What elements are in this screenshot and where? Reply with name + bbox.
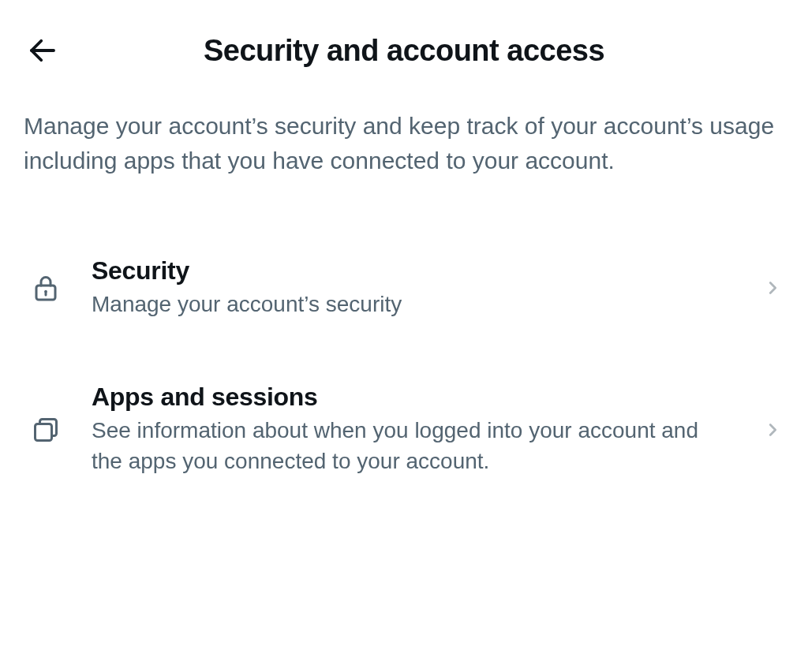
page-description: Manage your account’s security and keep … (0, 85, 808, 225)
apps-icon (28, 413, 63, 447)
apps-and-sessions-item[interactable]: Apps and sessions See information about … (0, 351, 808, 508)
item-title: Security (92, 256, 732, 286)
settings-list: Security Manage your account’s security … (0, 225, 808, 509)
item-title: Apps and sessions (92, 383, 732, 412)
item-body: Apps and sessions See information about … (92, 383, 732, 476)
lock-icon (28, 271, 63, 305)
chevron-right-icon (761, 276, 784, 300)
page-header: Security and account access (0, 0, 808, 85)
page-title: Security and account access (24, 34, 784, 68)
security-item[interactable]: Security Manage your account’s security (0, 225, 808, 351)
svg-rect-4 (36, 424, 52, 440)
item-body: Security Manage your account’s security (92, 256, 732, 319)
chevron-right-icon (761, 418, 784, 442)
item-subtitle: See information about when you logged in… (92, 415, 732, 476)
item-subtitle: Manage your account’s security (92, 289, 732, 319)
